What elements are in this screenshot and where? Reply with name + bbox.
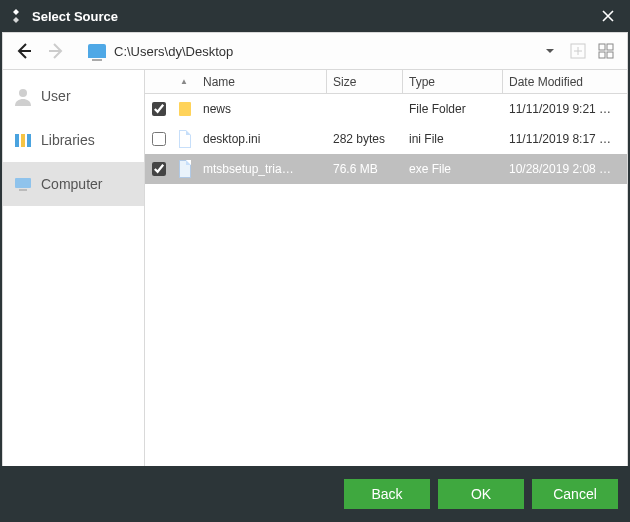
file-size: 282 bytes [327, 132, 403, 146]
body: User Libraries Computer ▲ Name Size [2, 70, 628, 466]
sidebar-item-user[interactable]: User [3, 74, 144, 118]
svg-rect-9 [15, 178, 31, 188]
row-checkbox[interactable] [145, 162, 173, 176]
svg-rect-1 [599, 44, 605, 50]
window-title: Select Source [32, 9, 594, 24]
folder-icon [173, 102, 197, 116]
select-source-window: Select Source C:\Users\dy\Desktop [0, 0, 630, 522]
file-name: news [197, 102, 327, 116]
svg-rect-10 [19, 189, 27, 191]
sidebar-item-label: Computer [41, 176, 102, 192]
view-grid-icon[interactable] [597, 42, 615, 60]
footer: Back OK Cancel [0, 466, 630, 522]
app-icon [8, 8, 24, 24]
svg-rect-2 [607, 44, 613, 50]
file-date: 11/11/2019 9:21 … [503, 102, 627, 116]
titlebar: Select Source [0, 0, 630, 32]
file-name: mtsbsetup_tria… [197, 162, 327, 176]
table-row[interactable]: newsFile Folder11/11/2019 9:21 … [145, 94, 627, 124]
nav-back-button[interactable] [9, 36, 39, 66]
column-checkbox[interactable] [145, 70, 173, 93]
nav-forward-button[interactable] [41, 36, 71, 66]
sidebar-item-label: User [41, 88, 71, 104]
user-icon [13, 86, 33, 106]
file-type: File Folder [403, 102, 503, 116]
path-text: C:\Users\dy\Desktop [114, 44, 233, 59]
file-type: ini File [403, 132, 503, 146]
file-date: 11/11/2019 8:17 … [503, 132, 627, 146]
svg-rect-8 [27, 134, 31, 147]
file-icon [173, 160, 197, 178]
file-rows: newsFile Folder11/11/2019 9:21 …desktop.… [145, 94, 627, 466]
column-sort-indicator: ▲ [173, 70, 197, 93]
close-button[interactable] [594, 2, 622, 30]
column-name[interactable]: Name [197, 70, 327, 93]
back-button[interactable]: Back [344, 479, 430, 509]
sort-asc-icon: ▲ [179, 77, 189, 86]
svg-rect-6 [15, 134, 19, 147]
row-checkbox[interactable] [145, 132, 173, 146]
sidebar-item-computer[interactable]: Computer [3, 162, 144, 206]
new-folder-icon[interactable] [569, 42, 587, 60]
file-date: 10/28/2019 2:08 … [503, 162, 627, 176]
svg-rect-4 [607, 52, 613, 58]
libraries-icon [13, 130, 33, 150]
dropdown-icon[interactable] [541, 42, 559, 60]
computer-icon [13, 174, 33, 194]
svg-rect-7 [21, 134, 25, 147]
file-type: exe File [403, 162, 503, 176]
file-name: desktop.ini [197, 132, 327, 146]
table-row[interactable]: mtsbsetup_tria…76.6 MBexe File10/28/2019… [145, 154, 627, 184]
svg-rect-3 [599, 52, 605, 58]
toolbar-icons [541, 42, 621, 60]
file-size: 76.6 MB [327, 162, 403, 176]
svg-point-5 [19, 89, 27, 97]
cancel-button[interactable]: Cancel [532, 479, 618, 509]
sidebar-item-libraries[interactable]: Libraries [3, 118, 144, 162]
column-date[interactable]: Date Modified [503, 70, 627, 93]
column-headers: ▲ Name Size Type Date Modified [145, 70, 627, 94]
row-checkbox[interactable] [145, 102, 173, 116]
ok-button[interactable]: OK [438, 479, 524, 509]
file-list: ▲ Name Size Type Date Modified newsFile … [145, 70, 627, 466]
sidebar: User Libraries Computer [3, 70, 145, 466]
computer-icon [88, 44, 106, 58]
file-icon [173, 130, 197, 148]
path-bar[interactable]: C:\Users\dy\Desktop [81, 37, 533, 65]
toolbar: C:\Users\dy\Desktop [2, 32, 628, 70]
table-row[interactable]: desktop.ini282 bytesini File11/11/2019 8… [145, 124, 627, 154]
column-size[interactable]: Size [327, 70, 403, 93]
sidebar-item-label: Libraries [41, 132, 95, 148]
column-type[interactable]: Type [403, 70, 503, 93]
